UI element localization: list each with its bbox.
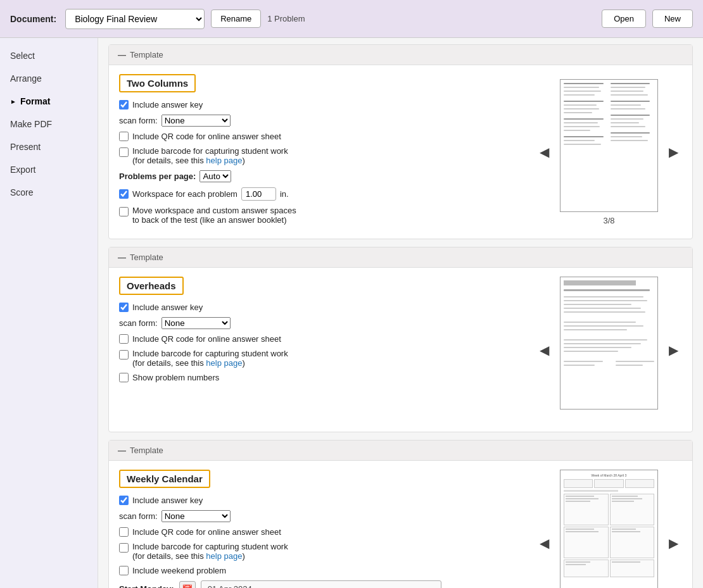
scan-form-label-2: scan form: xyxy=(119,318,158,328)
barcode-checkbox-3[interactable] xyxy=(119,543,129,553)
sidebar-item-present[interactable]: Present xyxy=(0,135,98,158)
barcode-checkbox-1[interactable] xyxy=(119,147,129,157)
problems-per-page-label: Problems per page: xyxy=(119,172,196,181)
workspace-label: Workspace for each problem xyxy=(132,189,238,199)
answer-key-checkbox-3[interactable] xyxy=(119,496,129,505)
preview-prev-1[interactable]: ◀ xyxy=(536,142,553,162)
barcode-row-2: Include barcode for capturing student wo… xyxy=(119,349,523,368)
template-options-2: Overheads Include answer key scan form: … xyxy=(119,277,523,423)
preview-next-1[interactable]: ▶ xyxy=(665,142,682,162)
show-numbers-row: Show problem numbers xyxy=(119,373,523,382)
sidebar-item-label: Score xyxy=(10,187,34,197)
barcode-checkbox-2[interactable] xyxy=(119,350,129,360)
preview-page-2 xyxy=(560,277,658,410)
preview-next-3[interactable]: ▶ xyxy=(665,533,682,553)
rename-button[interactable]: Rename xyxy=(211,9,261,28)
problem-count: 1 Problem xyxy=(267,14,305,23)
show-numbers-checkbox[interactable] xyxy=(119,373,129,382)
help-link-3[interactable]: help page xyxy=(206,551,242,561)
answer-key-label-1: Include answer key xyxy=(132,100,203,109)
sidebar-item-label: Present xyxy=(10,142,41,152)
template-header-2: — Template xyxy=(109,247,692,268)
template-name-overheads: Overheads xyxy=(119,277,184,295)
preview-label-2 xyxy=(608,413,611,423)
barcode-label-2: Include barcode for capturing student wo… xyxy=(132,349,288,368)
preview-box-3: Week of March 28 April 3 xyxy=(557,470,661,588)
workspace-row: Workspace for each problem in. xyxy=(119,187,523,201)
sidebar: Select Arrange ► Format Make PDF Present… xyxy=(0,38,98,588)
workspace-checkbox[interactable] xyxy=(119,189,129,199)
answer-key-checkbox-1[interactable] xyxy=(119,100,129,109)
weekend-label: Include weekend problem xyxy=(132,566,226,575)
new-button[interactable]: New xyxy=(652,9,693,28)
dash-icon-2: — xyxy=(118,253,126,262)
sidebar-item-export[interactable]: Export xyxy=(0,158,98,181)
template-body-3: Weekly Calendar Include answer key scan … xyxy=(109,461,692,588)
template-options-1: Two Columns Include answer key scan form… xyxy=(119,74,523,230)
template-body-2: Overheads Include answer key scan form: … xyxy=(109,268,692,432)
template-preview-1: ◀ xyxy=(536,74,682,230)
preview-box-1: 3/8 xyxy=(557,79,661,225)
template-header-3: — Template xyxy=(109,441,692,461)
dash-icon-3: — xyxy=(118,446,126,455)
app-header: Document: Biology Final Review Rename 1 … xyxy=(0,0,703,38)
start-monday-input[interactable] xyxy=(201,580,441,588)
sidebar-item-label: Format xyxy=(20,96,50,106)
move-workspace-label: Move workspace and custom answer spacest… xyxy=(132,206,296,225)
scan-form-row-2: scan form: None Scantron 882 Scantron 20… xyxy=(119,317,523,329)
scan-form-select-3[interactable]: None Scantron 882 Scantron 2052 xyxy=(162,510,231,522)
document-select[interactable]: Biology Final Review xyxy=(65,9,205,29)
template-overheads: — Template Overheads Include answer key … xyxy=(108,247,693,432)
template-options-3: Weekly Calendar Include answer key scan … xyxy=(119,470,523,588)
sidebar-item-score[interactable]: Score xyxy=(0,181,98,204)
qr-row-1: Include QR code for online answer sheet xyxy=(119,132,523,141)
barcode-label-3: Include barcode for capturing student wo… xyxy=(132,542,288,561)
sidebar-item-label: Select xyxy=(10,51,35,61)
show-numbers-label: Show problem numbers xyxy=(132,373,219,382)
workspace-unit: in. xyxy=(280,189,289,199)
qr-checkbox-2[interactable] xyxy=(119,334,129,344)
barcode-row-1: Include barcode for capturing student wo… xyxy=(119,146,523,165)
weekend-checkbox[interactable] xyxy=(119,566,129,575)
scan-form-label-1: scan form: xyxy=(119,116,158,125)
calendar-icon[interactable]: 📅 xyxy=(179,581,196,589)
answer-key-row-1: Include answer key xyxy=(119,100,523,109)
sidebar-item-select[interactable]: Select xyxy=(0,44,98,67)
barcode-label-1: Include barcode for capturing student wo… xyxy=(132,146,288,165)
template-preview-2: ◀ xyxy=(536,277,682,423)
qr-row-3: Include QR code for online answer sheet xyxy=(119,527,523,537)
qr-checkbox-1[interactable] xyxy=(119,132,129,141)
help-link-2[interactable]: help page xyxy=(206,358,242,368)
help-link-1[interactable]: help page xyxy=(206,156,242,165)
sidebar-item-make-pdf[interactable]: Make PDF xyxy=(0,113,98,135)
preview-prev-3[interactable]: ◀ xyxy=(536,533,553,553)
sidebar-item-arrange[interactable]: Arrange xyxy=(0,67,98,90)
qr-row-2: Include QR code for online answer sheet xyxy=(119,334,523,344)
preview-next-2[interactable]: ▶ xyxy=(665,340,682,360)
preview-prev-2[interactable]: ◀ xyxy=(536,340,553,360)
qr-checkbox-3[interactable] xyxy=(119,527,129,537)
template-body-1: Two Columns Include answer key scan form… xyxy=(109,65,692,239)
preview-page-3: Week of March 28 April 3 xyxy=(560,470,658,588)
sidebar-item-label: Export xyxy=(10,165,35,175)
sidebar-item-format[interactable]: ► Format xyxy=(0,90,98,113)
sidebar-item-label: Arrange xyxy=(10,73,42,84)
start-monday-label: Start Monday: xyxy=(119,584,174,588)
weekend-row: Include weekend problem xyxy=(119,566,523,575)
scan-form-label-3: scan form: xyxy=(119,511,158,521)
template-header-1: — Template xyxy=(109,45,692,65)
preview-page-1 xyxy=(560,79,658,212)
workspace-input[interactable] xyxy=(241,187,276,201)
answer-key-checkbox-2[interactable] xyxy=(119,303,129,312)
preview-label-1: 3/8 xyxy=(603,216,614,225)
problems-per-page-select[interactable]: Auto 1 2 3 xyxy=(200,170,231,182)
answer-key-label-3: Include answer key xyxy=(132,496,203,505)
preview-box-2 xyxy=(557,277,661,423)
qr-label-2: Include QR code for online answer sheet xyxy=(132,334,281,344)
main-layout: Select Arrange ► Format Make PDF Present… xyxy=(0,38,703,588)
scan-form-select-2[interactable]: None Scantron 882 Scantron 2052 xyxy=(162,317,231,329)
move-workspace-checkbox[interactable] xyxy=(119,207,129,216)
scan-form-select-1[interactable]: None Scantron 882 Scantron 2052 xyxy=(162,115,231,127)
open-button[interactable]: Open xyxy=(602,9,646,28)
scan-form-row-1: scan form: None Scantron 882 Scantron 20… xyxy=(119,115,523,127)
